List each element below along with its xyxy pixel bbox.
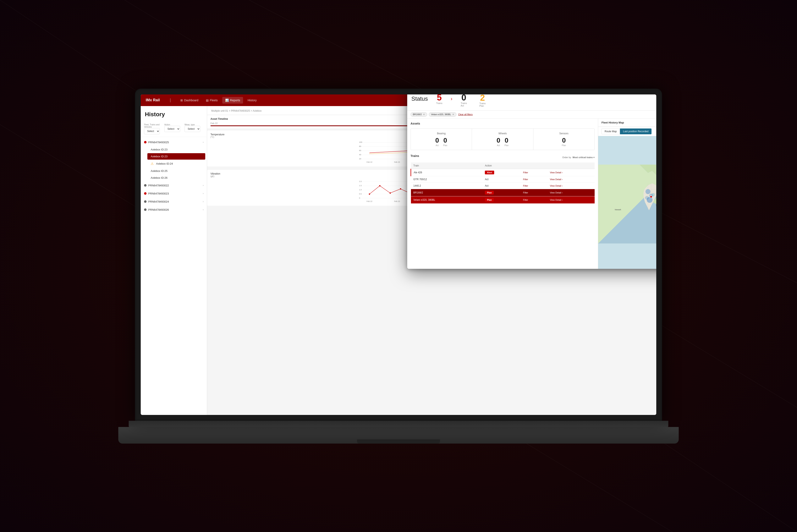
- back-nav-reports[interactable]: 📊 Reports: [222, 97, 243, 103]
- sidebar-group-header-1[interactable]: PRN6478493025 ›: [141, 139, 207, 146]
- normal-icon-5: [144, 208, 147, 211]
- map-tab-last-position[interactable]: Last position Recorded: [620, 129, 652, 134]
- train-name-3: BR168/2: [411, 189, 482, 196]
- status-bar: Status 5 Trains › ● 0 TrainsAct ⚠ 2 Tra: [407, 94, 656, 111]
- sidebar-group-header-3[interactable]: PRN6478493023 ›: [141, 190, 207, 197]
- axlebox-23a[interactable]: Axlebox ID:23: [147, 146, 205, 153]
- map-title: Fleet History Map: [602, 121, 624, 124]
- filter-tag-0[interactable]: BR168/2 ✕: [411, 112, 427, 117]
- svg-text:Feb 23: Feb 23: [394, 200, 400, 202]
- train-action-4: Plan: [482, 196, 520, 204]
- plan-badge-3: Plan: [485, 191, 494, 194]
- axlebox-23b[interactable]: Axlebox ID:23: [147, 153, 205, 159]
- laptop-screen-bezel: IMx Rail | ⊞ Dashboard ▤ Fleets 📊: [135, 89, 662, 421]
- status-act-count: ● 0 TrainsAct: [461, 94, 467, 107]
- detail-link-1[interactable]: View Detail ›: [550, 178, 563, 180]
- filter-tags-bar: BR168/2 ✕ Velaro e320, 380BL ✕ Clear all…: [407, 111, 656, 118]
- clear-filters-link[interactable]: Clear all filters: [458, 113, 473, 116]
- svg-text:Newark: Newark: [615, 209, 621, 211]
- sidebar-group-4: PRN6478493024 ›: [141, 198, 207, 205]
- detail-link-4[interactable]: View Detail ›: [550, 198, 563, 201]
- chevron-right-icon-4: ›: [203, 200, 204, 203]
- svg-point-26: [379, 185, 380, 186]
- sensors-plan-label: Plan: [562, 144, 566, 147]
- chevron-right-icon-3: ›: [203, 192, 204, 195]
- map-header: Fleet History Map Last 7 days: [598, 118, 656, 127]
- action-filter-select[interactable]: Select: [164, 126, 180, 132]
- filter-link-3[interactable]: Filter: [523, 191, 528, 194]
- laptop-container: IMx Rail | ⊞ Dashboard ▤ Fleets 📊: [108, 48, 689, 484]
- sensors-title: Sensors: [537, 132, 591, 135]
- svg-text:Feb 22: Feb 22: [366, 200, 372, 202]
- filter-link-4[interactable]: Filter: [523, 198, 528, 201]
- map-tab-route[interactable]: Route Map: [602, 129, 620, 134]
- svg-text:1.0: 1.0: [359, 189, 362, 191]
- train-name-1: GTR 700/12: [411, 176, 482, 183]
- svg-text:Feb 23: Feb 23: [394, 161, 400, 163]
- error-icon-1: [144, 141, 147, 144]
- svg-text:100: 100: [359, 141, 362, 143]
- asset-sensors: Sensors 0 Plan: [533, 129, 594, 150]
- train-row-2: 1440.2 Act Filter View Detail ›: [411, 183, 595, 189]
- svg-text:0: 0: [359, 197, 360, 199]
- fleet-filter-label: Fleet, Trains and Vehicles: [144, 124, 163, 128]
- asset-wheels: Wheels 0 Act 0 Plan: [472, 129, 533, 150]
- detail-link-3[interactable]: View Detail ›: [550, 191, 563, 194]
- back-nav-dashboard[interactable]: ⊞ Dashboard: [177, 97, 201, 103]
- sidebar-group-3: PRN6478493023 ›: [141, 190, 207, 197]
- back-nav-fleets[interactable]: ▤ Fleets: [203, 97, 221, 103]
- back-nav-history[interactable]: History: [245, 97, 260, 103]
- reports-icon: 📊: [225, 99, 229, 102]
- sidebar: History Fleet, Trains and Vehicles Selec…: [141, 106, 207, 415]
- train-action-1: Act: [482, 176, 520, 183]
- sidebar-header: History: [141, 106, 207, 121]
- floating-window: IMx Rail | ⊞ Dashboard ▤ Fleets 📋: [407, 94, 656, 269]
- fleets-icon: ▤: [206, 99, 209, 102]
- group-name-4: PRN6478493024: [148, 200, 201, 203]
- wheels-title: Wheels: [475, 132, 530, 135]
- sidebar-group-5: PRN6478493026 ›: [141, 206, 207, 213]
- order-by: Order by Most critical trains ▾: [562, 156, 595, 159]
- sensors-plan-val: 0: [562, 137, 566, 144]
- group-name-3: PRN6478493023: [148, 192, 201, 195]
- bearing-plan-val: 0: [443, 137, 447, 144]
- col-filter: [520, 163, 547, 169]
- filter-tag-1[interactable]: Velaro e320, 380BL ✕: [429, 112, 457, 117]
- chevron-down-order-icon: ▾: [593, 156, 595, 158]
- trains-title: Trains: [411, 154, 419, 157]
- axlebox-26[interactable]: Axlebox ID:26: [147, 175, 205, 181]
- sidebar-group-header-2[interactable]: PRN6478493022 ›: [141, 182, 207, 189]
- axlebox-25[interactable]: Axlebox ID:25: [147, 168, 205, 174]
- axlebox-24[interactable]: ⚠ Axlebox ID:24: [147, 160, 205, 167]
- warning-icon-axle: ⚠: [151, 162, 154, 166]
- svg-text:1.5: 1.5: [359, 185, 362, 187]
- dashboard-icon: ⊞: [181, 99, 183, 102]
- fleet-filter-select[interactable]: Select: [144, 128, 160, 134]
- assets-grid: Bearing 0 Act 0 Plan: [411, 129, 595, 150]
- detail-link-2[interactable]: View Detail ›: [550, 185, 563, 187]
- laptop-screen: IMx Rail | ⊞ Dashboard ▤ Fleets 📊: [141, 94, 656, 415]
- col-action: Action: [482, 163, 520, 169]
- train-row-0: Ale 426 Alert Filter View Detail ›: [411, 169, 595, 176]
- detail-link-0[interactable]: View Detail ›: [550, 171, 563, 174]
- filter-link-0[interactable]: Filter: [523, 171, 528, 174]
- action-filter-label: Action: [164, 124, 184, 126]
- remove-tag-1-icon[interactable]: ✕: [452, 113, 454, 116]
- train-action-3: Plan: [482, 189, 520, 196]
- train-row-1: GTR 700/12 Act Filter View Detail ›: [411, 176, 595, 183]
- wheels-plan-val: 0: [505, 137, 508, 144]
- sidebar-group-header-4[interactable]: PRN6478493024 ›: [141, 198, 207, 205]
- assets-title: Assets: [411, 122, 595, 125]
- fw-right-panel: Fleet History Map Last 7 days Route Map …: [598, 118, 656, 269]
- svg-point-27: [390, 192, 391, 194]
- remove-tag-0-icon[interactable]: ✕: [423, 113, 425, 116]
- filter-link-2[interactable]: Filter: [523, 185, 528, 187]
- error-icon-3: [144, 192, 147, 195]
- filter-link-1[interactable]: Filter: [523, 178, 528, 180]
- map-tabs: Route Map Last position Recorded: [598, 127, 656, 136]
- plan-badge-4: Plan: [485, 198, 494, 202]
- meas-filter-select[interactable]: Select: [185, 126, 200, 132]
- sidebar-sub-items-1: Axlebox ID:23 Axlebox ID:23 ⚠ Axlebox ID…: [141, 146, 207, 181]
- svg-point-28: [400, 188, 401, 190]
- sidebar-group-header-5[interactable]: PRN6478493026 ›: [141, 206, 207, 213]
